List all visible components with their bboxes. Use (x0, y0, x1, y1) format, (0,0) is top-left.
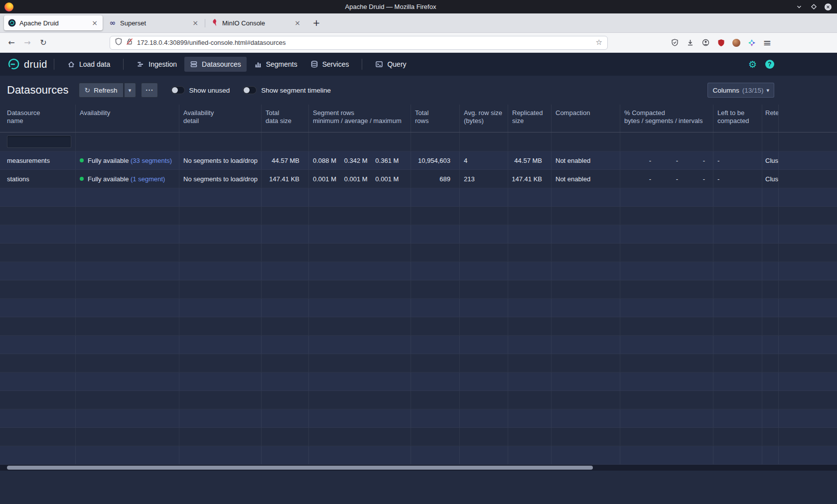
pinwheel-extension-icon[interactable] (745, 35, 759, 50)
refresh-dropdown-button[interactable]: ▾ (124, 83, 136, 98)
toggle-track[interactable] (171, 86, 185, 94)
cell-spacer (779, 151, 837, 169)
tab-close-icon[interactable]: × (191, 19, 199, 26)
cell-avg-row-size: 4 (460, 151, 508, 169)
cell-availability: Fully available (1 segment) (76, 170, 179, 188)
superset-favicon: ∞ (109, 19, 117, 27)
refresh-button[interactable]: ↻ Refresh (79, 83, 124, 98)
empty-row (0, 336, 837, 354)
cell-pct-compacted: --- (620, 170, 713, 188)
column-header-replicated-size[interactable]: Replicated size (508, 105, 552, 132)
cell-avg-row-size: 213 (460, 170, 508, 188)
toggle-knob (172, 87, 178, 93)
column-header-pct-compacted[interactable]: % Compacted bytes / segments / intervals (620, 105, 713, 132)
column-header-availability[interactable]: Availability (76, 105, 179, 132)
new-tab-button[interactable]: + (309, 16, 323, 30)
tab-close-icon[interactable]: × (91, 19, 99, 26)
menu-icon[interactable]: ≡ (760, 35, 774, 50)
forward-button[interactable]: → (20, 35, 35, 50)
column-header-total-rows[interactable]: Total rows (411, 105, 460, 132)
tab-separator (205, 19, 205, 27)
cell-replicated-size: 44.57 MB (508, 151, 552, 169)
tab-superset[interactable]: ∞ Superset × (105, 15, 203, 30)
druid-header: druid Load data Ingestion Datasources Se… (0, 53, 837, 76)
account-icon[interactable] (698, 35, 712, 50)
cell-compaction: Not enabled (552, 170, 620, 188)
url-bar[interactable]: 172.18.0.4:30899/unified-console.html#da… (110, 36, 608, 50)
services-icon (310, 60, 318, 68)
empty-row (0, 280, 837, 299)
horizontal-scrollbar[interactable] (0, 465, 837, 471)
availability-text: Fully available (88, 175, 131, 183)
nav-label: Ingestion (148, 60, 177, 68)
nav-datasources[interactable]: Datasources (184, 57, 247, 72)
nav-load-data[interactable]: Load data (62, 57, 116, 72)
downloads-icon[interactable] (683, 35, 697, 50)
column-header-datasource-name[interactable]: Datasource name (0, 105, 76, 132)
tab-bar: Apache Druid × ∞ Superset × MinIO Consol… (0, 13, 837, 33)
bookmark-star-icon[interactable]: ☆ (596, 39, 602, 46)
segments-link[interactable]: (1 segment) (131, 175, 165, 183)
tracking-protection-shield-icon[interactable] (115, 38, 122, 47)
scrollbar-thumb[interactable] (7, 466, 593, 470)
back-button[interactable]: ← (4, 35, 19, 50)
show-unused-toggle[interactable]: Show unused (171, 86, 230, 94)
nav-label: Query (387, 60, 406, 68)
column-header-total-data-size[interactable]: Total data size (262, 105, 309, 132)
cell-pct-compacted: --- (620, 151, 713, 169)
minio-favicon (211, 19, 219, 27)
empty-row (0, 354, 837, 373)
column-header-availability-detail[interactable]: Availability detail (179, 105, 262, 132)
firefox-logo-icon (4, 2, 13, 11)
segments-link[interactable]: (33 segments) (131, 157, 172, 164)
window-maximize-button[interactable] (810, 3, 818, 11)
insecure-lock-icon[interactable] (126, 38, 133, 47)
tab-apache-druid[interactable]: Apache Druid × (4, 15, 103, 30)
column-header-segment-rows[interactable]: Segment rows minimum / average / maximum (309, 105, 411, 132)
nav-divider (54, 59, 54, 70)
empty-row (0, 373, 837, 391)
column-header-compaction[interactable]: Compaction (552, 105, 620, 132)
nav-divider (362, 59, 362, 70)
nav-services[interactable]: Services (305, 57, 355, 72)
druid-logo[interactable]: druid (7, 58, 47, 71)
table-row[interactable]: measurementsFully available (33 segments… (0, 151, 837, 170)
window-close-button[interactable] (824, 3, 832, 11)
datasource-name-filter-input[interactable] (7, 135, 71, 148)
available-dot-icon (80, 177, 84, 181)
reload-button[interactable]: ↻ (36, 35, 51, 50)
toggle-knob (244, 87, 250, 93)
help-icon[interactable]: ? (765, 60, 774, 69)
cell-retention: Cluster default (762, 151, 779, 169)
nav-ingestion[interactable]: Ingestion (131, 57, 182, 72)
table-row[interactable]: stationsFully available (1 segment)No se… (0, 170, 837, 188)
columns-button[interactable]: Columns (13/15) ▾ (707, 83, 774, 98)
show-segment-timeline-toggle[interactable]: Show segment timeline (243, 86, 331, 94)
cell-availability-detail: No segments to load/drop (179, 151, 262, 169)
window-shade-button[interactable] (795, 3, 803, 11)
load-data-icon (67, 60, 75, 68)
tab-label: Superset (120, 19, 188, 27)
permissions-shield-icon[interactable] (668, 35, 682, 50)
druid-logo-icon (7, 58, 20, 71)
column-header-left-to-be-compacted[interactable]: Left to be compacted (713, 105, 762, 132)
cell-total-data-size: 44.57 MB (262, 151, 309, 169)
empty-row (0, 262, 837, 280)
ublock-extension-icon[interactable] (714, 35, 728, 50)
nav-segments[interactable]: Segments (249, 57, 303, 72)
cell-datasource-name: stations (0, 170, 76, 188)
more-actions-button[interactable]: ⋯ (141, 83, 158, 98)
cell-datasource-name: measurements (0, 151, 76, 169)
empty-row (0, 225, 837, 244)
nav-query[interactable]: Query (370, 57, 412, 72)
column-header-avg-row-size[interactable]: Avg. row size (bytes) (460, 105, 508, 132)
tab-label: MinIO Console (222, 19, 290, 27)
avatar-extension-icon[interactable] (729, 35, 743, 50)
cell-left-to-be-compacted: - (713, 151, 762, 169)
column-header-retention[interactable]: Retention (762, 105, 779, 132)
tab-minio-console[interactable]: MinIO Console × (207, 15, 305, 30)
settings-gear-icon[interactable]: ⚙ (748, 60, 757, 69)
toggle-label: Show unused (189, 87, 230, 94)
tab-close-icon[interactable]: × (293, 19, 301, 26)
toggle-track[interactable] (243, 86, 257, 94)
